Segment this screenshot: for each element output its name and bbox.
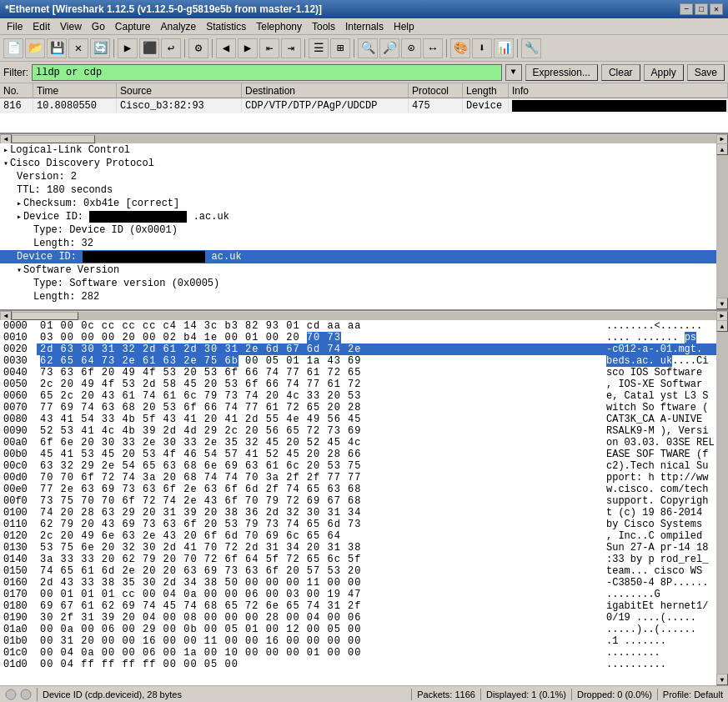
menu-help[interactable]: Help xyxy=(389,20,419,33)
expression-button[interactable]: Expression... xyxy=(525,64,598,81)
capture-restart[interactable]: ↩ xyxy=(161,38,181,58)
menu-file[interactable]: File xyxy=(2,20,28,33)
tree-toggle-softver[interactable]: ▾ xyxy=(17,265,22,275)
hex-vscroll-up[interactable]: ▲ xyxy=(716,320,728,332)
col-header-len[interactable]: Length xyxy=(463,83,509,98)
tree-toggle-cdp[interactable]: ▾ xyxy=(3,158,8,168)
hex-row-00e0[interactable]: 00e0 77 2e 63 69 73 63 6f 2e 63 6f 6d 2f… xyxy=(0,484,728,495)
tree-toggle-checksum[interactable]: ▸ xyxy=(17,198,22,208)
maximize-button[interactable]: □ xyxy=(695,3,708,15)
col-header-source[interactable]: Source xyxy=(117,83,242,98)
proto-tree-vscroll[interactable]: ▲ ▼ xyxy=(716,143,728,309)
proto-tree-hscroll[interactable]: ◀ ▶ xyxy=(0,310,728,320)
save-button[interactable]: 💾 xyxy=(47,38,67,58)
hex-row-0080[interactable]: 0080 43 41 54 33 4b 5f 43 41 20 41 2d 55… xyxy=(0,414,728,425)
capture-options[interactable]: ⚙ xyxy=(188,38,208,58)
menu-tools[interactable]: Tools xyxy=(307,20,340,33)
menu-edit[interactable]: Edit xyxy=(28,20,55,33)
clear-button[interactable]: Clear xyxy=(601,64,640,81)
hex-row-0040[interactable]: 0040 73 63 6f 20 49 4f 53 20 53 6f 66 74… xyxy=(0,367,728,379)
zoom-out[interactable]: 🔎 xyxy=(379,38,399,58)
tree-toggle-devid[interactable]: ▸ xyxy=(17,212,22,222)
tree-row-devid[interactable]: ▸ Device ID: .ac.uk xyxy=(0,210,728,223)
capture-stop[interactable]: ⬛ xyxy=(139,38,159,58)
menu-statistics[interactable]: Statistics xyxy=(201,20,251,33)
zoom-fit[interactable]: ↔ xyxy=(423,38,443,58)
menu-view[interactable]: View xyxy=(55,20,87,33)
scroll-back[interactable]: ◀ xyxy=(216,38,236,58)
packet-list-hscroll[interactable]: ◀ ▶ xyxy=(0,133,728,143)
hex-row-0120[interactable]: 0120 2c 20 49 6e 63 2e 43 20 6f 6d 70 69… xyxy=(0,530,728,542)
hex-row-0060[interactable]: 0060 65 2c 20 43 61 74 61 6c 79 73 74 20… xyxy=(0,390,728,402)
view-pane1[interactable]: ☰ xyxy=(309,38,329,58)
zoom-norm[interactable]: ⊙ xyxy=(401,38,421,58)
pt-hscroll-track[interactable] xyxy=(12,312,716,320)
hex-row-0160[interactable]: 0160 2d 43 33 38 35 30 2d 34 38 50 00 00… xyxy=(0,577,728,589)
tree-row-softver-len[interactable]: Length: 282 xyxy=(0,290,728,303)
menu-analyze[interactable]: Analyze xyxy=(156,20,202,33)
hex-row-0190[interactable]: 0190 30 2f 31 39 20 04 00 08 00 00 00 28… xyxy=(0,612,728,624)
view-pane2[interactable]: ⊞ xyxy=(330,38,350,58)
filter-input[interactable] xyxy=(32,64,502,81)
hscroll-track[interactable] xyxy=(12,135,716,143)
table-row[interactable]: 816 10.8080550 Cisco_b3:82:93 CDP/VTP/DT… xyxy=(0,98,728,113)
hex-row-00c0[interactable]: 00c0 63 32 29 2e 54 65 63 68 6e 69 63 61… xyxy=(0,460,728,472)
tree-row-ttl[interactable]: TTL: 180 seconds xyxy=(0,183,728,197)
save-filter-button[interactable]: Save xyxy=(687,64,725,81)
hex-dump-vscroll[interactable]: ▲ ▼ xyxy=(716,320,728,685)
open-button[interactable]: 📂 xyxy=(25,38,45,58)
hex-row-00f0[interactable]: 00f0 73 75 70 70 6f 72 74 2e 43 6f 70 79… xyxy=(0,495,728,507)
menu-telephony[interactable]: Telephony xyxy=(251,20,307,33)
hex-row-01b0[interactable]: 01b0 00 31 20 00 00 16 00 00 11 00 00 16… xyxy=(0,635,728,647)
col-header-no[interactable]: No. xyxy=(0,83,33,98)
hex-row-0100[interactable]: 0100 74 20 28 63 29 20 31 39 20 38 36 2d… xyxy=(0,507,728,519)
hex-row-0130[interactable]: 0130 53 75 6e 20 32 30 2d 41 70 72 2d 31… xyxy=(0,542,728,554)
col-header-time[interactable]: Time xyxy=(33,83,117,98)
hex-row-0050[interactable]: 0050 2c 20 49 4f 53 2d 58 45 20 53 6f 66… xyxy=(0,379,728,390)
reload-button[interactable]: 🔄 xyxy=(90,38,110,58)
tree-row-devid-type[interactable]: Type: Device ID (0x0001) xyxy=(0,223,728,237)
tree-row-cdp[interactable]: ▾ Cisco Discovery Protocol xyxy=(0,157,728,170)
go-last[interactable]: ⇥ xyxy=(281,38,301,58)
tree-row-checksum[interactable]: ▸ Checksum: 0xb41e [correct] xyxy=(0,197,728,210)
hex-row-01d0[interactable]: 01d0 00 04 ff ff ff ff 00 00 05 00 .....… xyxy=(0,659,728,670)
go-first[interactable]: ⇤ xyxy=(259,38,279,58)
minimize-button[interactable]: − xyxy=(680,3,693,15)
hex-row-0020[interactable]: 0020 2d 63 30 31 32 2d 61 2d 30 31 2e 6d… xyxy=(0,343,728,355)
tree-toggle-llc[interactable]: ▸ xyxy=(3,145,8,155)
hex-row-01a0[interactable]: 01a0 00 0a 00 06 00 29 00 0b 00 05 01 00… xyxy=(0,624,728,635)
col-header-proto[interactable]: Protocol xyxy=(409,83,463,98)
hex-vscroll-down[interactable]: ▼ xyxy=(716,674,728,685)
hex-row-00b0[interactable]: 00b0 45 41 53 45 20 53 4f 46 54 57 41 52… xyxy=(0,449,728,460)
apply-button[interactable]: Apply xyxy=(644,64,684,81)
hex-row-0140[interactable]: 0140 3a 33 33 20 62 79 20 70 72 6f 64 5f… xyxy=(0,554,728,565)
tree-row-softver-type[interactable]: Type: Software version (0x0005) xyxy=(0,277,728,290)
hex-row-0030[interactable]: 0030 62 65 64 73 2e 61 63 2e 75 6b 00 05… xyxy=(0,355,728,367)
pt-hscroll-left[interactable]: ◀ xyxy=(0,311,12,321)
new-button[interactable]: 📄 xyxy=(3,38,23,58)
col-header-dest[interactable]: Destination xyxy=(242,83,409,98)
hscroll-right[interactable]: ▶ xyxy=(716,134,728,144)
vscroll-up[interactable]: ▲ xyxy=(716,143,728,155)
col-header-info[interactable]: Info xyxy=(509,83,728,98)
hex-row-0110[interactable]: 0110 62 79 20 43 69 73 63 6f 20 53 79 73… xyxy=(0,519,728,530)
hex-row-0150[interactable]: 0150 74 65 61 6d 2e 20 20 63 69 73 63 6f… xyxy=(0,565,728,577)
hex-row-00a0[interactable]: 00a0 6f 6e 20 30 33 2e 30 33 2e 35 32 45… xyxy=(0,437,728,449)
tree-row-softver[interactable]: ▾ Software Version xyxy=(0,263,728,277)
menu-go[interactable]: Go xyxy=(87,20,110,33)
scroll-fwd[interactable]: ▶ xyxy=(238,38,258,58)
tree-row-devid-len[interactable]: Length: 32 xyxy=(0,237,728,250)
hex-row-0010[interactable]: 0010 03 00 00 00 20 00 02 b4 1e 00 01 00… xyxy=(0,332,728,343)
tree-row-devid-val[interactable]: Device ID: ac.uk xyxy=(0,250,728,263)
col-prefs[interactable]: 📊 xyxy=(494,38,514,58)
hex-row-0070[interactable]: 0070 77 69 74 63 68 20 53 6f 66 74 77 61… xyxy=(0,402,728,414)
tree-row-llc[interactable]: ▸ Logical-Link Control xyxy=(0,143,728,157)
auto-scroll[interactable]: ⬇ xyxy=(472,38,492,58)
menu-internals[interactable]: Internals xyxy=(340,20,389,33)
capture-start[interactable]: ▶ xyxy=(118,38,138,58)
hex-row-0170[interactable]: 0170 00 01 01 01 cc 00 04 0a 00 00 06 00… xyxy=(0,589,728,600)
hex-row-00d0[interactable]: 00d0 70 70 6f 72 74 3a 20 68 74 74 70 3a… xyxy=(0,472,728,484)
tree-row-version[interactable]: Version: 2 xyxy=(0,170,728,183)
pt-hscroll-right[interactable]: ▶ xyxy=(716,311,728,321)
vscroll-down[interactable]: ▼ xyxy=(716,298,728,309)
